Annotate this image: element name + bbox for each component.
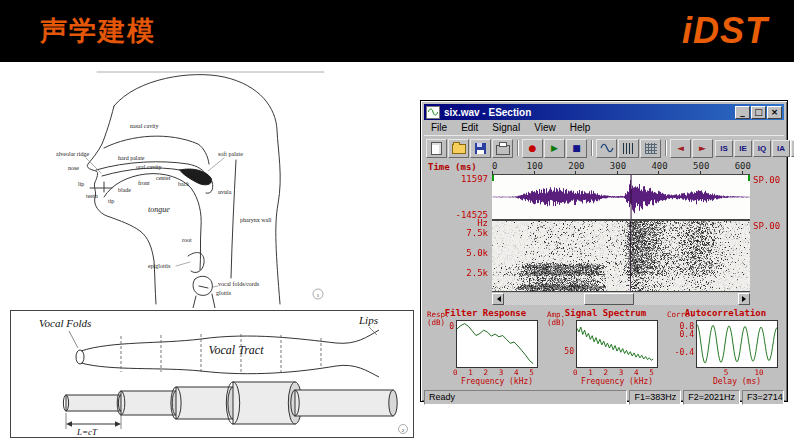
time-ruler: Time (ms) 0100200300400500600 (424, 160, 784, 174)
play-icon: ▶ (551, 144, 558, 153)
label-soft-palate: soft palate (218, 151, 243, 157)
label-front: front (138, 180, 150, 186)
waveform-icon (600, 143, 614, 153)
menu-help[interactable]: Help (563, 122, 598, 133)
spectrogram-right-column: SP.00 (750, 220, 784, 292)
menu-view[interactable]: View (527, 122, 563, 133)
spectrogram-icon (623, 143, 635, 154)
x-tick: 10 (755, 368, 764, 377)
time-tick: 500 (693, 161, 709, 171)
spectrogram-tick: 5.0k (466, 248, 488, 258)
status-ready: Ready (424, 390, 627, 405)
x-tick: 5 (529, 368, 534, 377)
vocal-folds-end (76, 350, 84, 364)
status-f2: F2=2021Hz (683, 390, 740, 405)
menu-bar: File Edit Signal View Help (424, 120, 784, 135)
scrollbar-track[interactable] (504, 293, 738, 305)
larynx-shape (193, 276, 212, 295)
panel-x-axis: 510 (666, 368, 785, 377)
ia-button[interactable]: IA (772, 140, 790, 157)
minimize-button[interactable]: _ (735, 106, 750, 119)
x-tick: 4 (514, 368, 519, 377)
save-button[interactable] (470, 139, 491, 158)
new-file-button[interactable] (426, 139, 447, 158)
analysis-panels: Filter Response Resp. (dB) 0 012345 Freq… (424, 308, 784, 388)
left-arrow-icon: ◄ (677, 144, 684, 153)
status-bar: Ready F1=383Hz F2=2021Hz F3=2714Hz (424, 388, 784, 405)
scrollbar-thumb[interactable] (584, 293, 634, 305)
waveform-row: 11597 -14525 SP.00 (424, 174, 784, 220)
toolbar-separator (591, 140, 593, 156)
x-tick: 3 (619, 368, 624, 377)
window-title: six.wav - ESection (444, 107, 734, 118)
face-outline (87, 106, 156, 304)
figure-mark: 2 (402, 428, 405, 433)
prev-segment-button[interactable]: ◄ (670, 139, 691, 158)
app-icon (426, 106, 440, 119)
scroll-left-button[interactable] (492, 293, 504, 305)
open-folder-icon (452, 144, 466, 154)
label-center: center (156, 175, 171, 181)
horizontal-scrollbar[interactable] (492, 293, 750, 305)
play-button[interactable]: ▶ (544, 139, 565, 158)
esection-window: six.wav - ESection _ □ × File Edit Signa… (420, 100, 788, 402)
label-hard-palate: hard palate (118, 155, 145, 161)
filter-response-panel: Filter Response Resp. (dB) 0 012345 Freq… (426, 308, 545, 388)
x-tick: 5 (649, 368, 654, 377)
waveform-right-label: SP.00 (753, 175, 780, 185)
time-tick: 200 (568, 161, 584, 171)
title-bar[interactable]: six.wav - ESection _ □ × (424, 104, 784, 120)
iq-button[interactable]: IQ (753, 140, 771, 157)
y-tick: 50 (564, 347, 574, 356)
stop-icon: ■ (572, 144, 581, 153)
waveform-max-label: 11597 (461, 174, 488, 184)
new-file-icon (431, 142, 442, 155)
vocal-tract-anatomy-figure: nasal cavity hard palate soft palate alv… (52, 64, 337, 308)
ie-button[interactable]: IE (734, 140, 752, 157)
toolbar-separator (665, 140, 667, 156)
next-segment-button[interactable]: ► (692, 139, 713, 158)
label-vocal-tract: Vocal Tract (208, 343, 264, 357)
panel-y-axis: Resp. (dB) 0 (426, 320, 456, 368)
label-vocal-folds: vocal folds/cords (218, 281, 260, 287)
close-button[interactable]: × (767, 106, 782, 119)
grid-icon (645, 143, 657, 154)
menu-edit[interactable]: Edit (454, 122, 485, 133)
waveform-view-button[interactable] (596, 139, 617, 158)
open-file-button[interactable] (448, 139, 469, 158)
print-button[interactable] (492, 139, 513, 158)
scroll-right-button[interactable] (738, 293, 750, 305)
time-tick: 400 (651, 161, 667, 171)
pharynx-wall-line (231, 160, 236, 278)
panel-x-label: Frequency (kHz) (546, 377, 665, 386)
toolbar-separator (517, 140, 519, 156)
slide-title: 声学建模 (40, 13, 156, 49)
tract-bottom-outline (81, 363, 379, 377)
waveform-right-column: SP.00 (750, 174, 784, 220)
panel-x-axis: 012345 (546, 368, 665, 377)
signal-spectrum-plot (576, 320, 658, 368)
label-nose: nose (68, 165, 79, 171)
autocorrelation-plot (696, 320, 778, 368)
panel-x-axis: 012345 (426, 368, 545, 377)
record-icon: ● (529, 144, 537, 153)
y-tick: 0 (449, 322, 454, 331)
is-button[interactable]: IS (715, 140, 733, 157)
menu-signal[interactable]: Signal (485, 122, 527, 133)
stop-button[interactable]: ■ (566, 139, 587, 158)
grid-view-button[interactable] (640, 139, 661, 158)
length-arrow-head-left (66, 421, 72, 427)
toolbar: ● ▶ ■ ◄ ► IS IE IQ IA IC (424, 135, 784, 160)
maximize-button[interactable]: □ (751, 106, 766, 119)
record-button[interactable]: ● (522, 139, 543, 158)
time-tick: 600 (735, 161, 751, 171)
spectrogram-view-button[interactable] (618, 139, 639, 158)
panel-y-axis: Correl 0.80.4-0.4 (666, 320, 696, 368)
x-tick: 1 (468, 368, 473, 377)
epiglottis-shape (188, 252, 204, 272)
label-vocal-folds: Vocal Folds (39, 317, 91, 329)
right-arrow-icon: ► (699, 144, 706, 153)
spectrogram-row: Hz 7.5k5.0k2.5k SP.00 (424, 220, 784, 292)
menu-file[interactable]: File (424, 122, 454, 133)
time-ticks: 0100200300400500600 (492, 160, 750, 174)
